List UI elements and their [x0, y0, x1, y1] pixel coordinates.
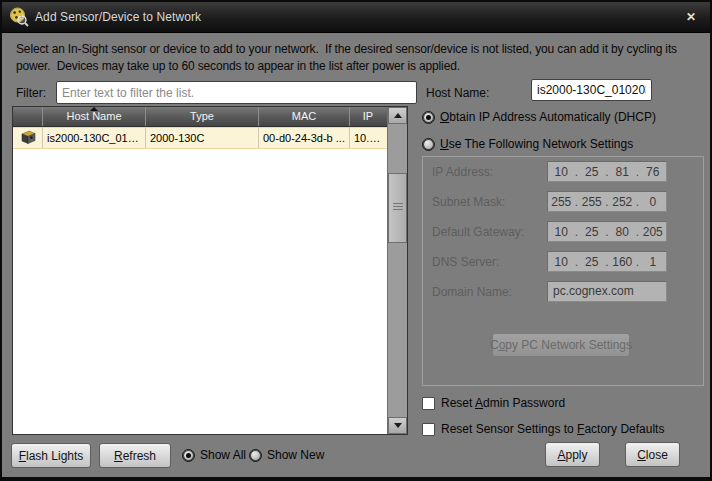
- reset-factory-defaults-checkbox[interactable]: [422, 423, 435, 436]
- column-header-icon[interactable]: [13, 107, 43, 126]
- filter-input[interactable]: [56, 81, 417, 104]
- close-window-button[interactable]: ✕: [682, 8, 700, 26]
- cell-ip: 10.2...: [350, 128, 386, 148]
- column-header-hostname-label: Host Name: [66, 110, 121, 122]
- radio-show-all-label: Show All: [200, 448, 246, 462]
- subnet-mask-field: 255.255.252.0: [547, 191, 667, 212]
- radio-static-settings[interactable]: [422, 138, 435, 151]
- add-sensor-dialog: Add Sensor/Device to Network ✕ Select an…: [0, 0, 712, 481]
- thumb-grip-icon: [393, 206, 403, 207]
- radio-show-new-label: Show New: [267, 448, 324, 462]
- filter-label: Filter:: [16, 86, 46, 100]
- refresh-button[interactable]: Refresh: [99, 443, 171, 468]
- domain-name-label: Domain Name:: [432, 285, 512, 299]
- column-header-mac-label: MAC: [292, 110, 316, 122]
- hostname-label: Host Name:: [426, 86, 489, 100]
- reset-admin-password-checkbox[interactable]: [422, 397, 435, 410]
- subnet-mask-label: Subnet Mask:: [432, 195, 505, 209]
- scroll-down-button[interactable]: [388, 417, 407, 434]
- intro-line-1: Select an In-Sight sensor or device to a…: [16, 41, 677, 58]
- flash-lights-button[interactable]: Flash Lights: [11, 443, 91, 468]
- intro-line-2: power. Devices may take up to 60 seconds…: [16, 58, 677, 75]
- default-gateway-field: 10.25.80.205: [547, 221, 667, 242]
- hostname-input[interactable]: [531, 79, 652, 101]
- cell-type: 2000-130C: [146, 128, 259, 148]
- radio-show-new[interactable]: [249, 449, 262, 462]
- scrollbar-thumb[interactable]: [388, 173, 407, 243]
- sort-ascending-icon: [90, 107, 98, 111]
- vertical-scrollbar[interactable]: [387, 107, 407, 434]
- close-button[interactable]: Close: [625, 442, 680, 467]
- triangle-up-icon: [394, 113, 402, 118]
- radio-dhcp[interactable]: [422, 111, 435, 124]
- triangle-down-icon: [394, 423, 402, 428]
- title-bar: Add Sensor/Device to Network ✕: [2, 2, 710, 33]
- cell-hostname: is2000-130C_010...: [43, 128, 146, 148]
- column-header-hostname[interactable]: Host Name: [43, 107, 146, 126]
- ip-address-label: IP Address:: [432, 165, 493, 179]
- reset-factory-defaults-label: Reset Sensor Settings to Factory Default…: [441, 422, 664, 436]
- intro-text: Select an In-Sight sensor or device to a…: [16, 41, 677, 75]
- window-title: Add Sensor/Device to Network: [35, 10, 201, 24]
- domain-name-field: pc.cognex.com: [547, 281, 667, 302]
- apply-button[interactable]: Apply: [545, 442, 600, 467]
- default-gateway-label: Default Gateway:: [432, 225, 524, 239]
- copy-pc-network-settings-button: Copy PC Network Settings: [492, 333, 630, 357]
- device-list: Host Name Type MAC IP is2000-130C_: [12, 106, 408, 435]
- scroll-up-button[interactable]: [388, 107, 407, 124]
- cell-mac: 00-d0-24-3d-b ...: [259, 128, 350, 148]
- ip-address-field: 10.25.81.76: [547, 161, 667, 182]
- column-header-type-label: Type: [190, 110, 214, 122]
- radio-static-settings-label: Use The Following Network Settings: [440, 137, 633, 151]
- column-header-ip-label: IP: [363, 110, 373, 122]
- dns-server-label: DNS Server:: [432, 255, 499, 269]
- reset-admin-password-label: Reset Admin Password: [441, 396, 565, 410]
- dns-server-field: 10.25.160.1: [547, 251, 667, 272]
- radio-show-all[interactable]: [182, 449, 195, 462]
- column-header-mac[interactable]: MAC: [259, 107, 350, 126]
- column-header-type[interactable]: Type: [146, 107, 259, 126]
- device-list-header: Host Name Type MAC IP: [13, 107, 387, 127]
- column-header-ip[interactable]: IP: [350, 107, 386, 126]
- device-row-selected[interactable]: is2000-130C_010... 2000-130C 00-d0-24-3d…: [13, 127, 387, 149]
- sensor-camera-icon: [13, 128, 43, 148]
- radio-dhcp-label: Obtain IP Address Automatically (DHCP): [440, 110, 656, 124]
- insight-sensor-search-icon: [9, 7, 29, 27]
